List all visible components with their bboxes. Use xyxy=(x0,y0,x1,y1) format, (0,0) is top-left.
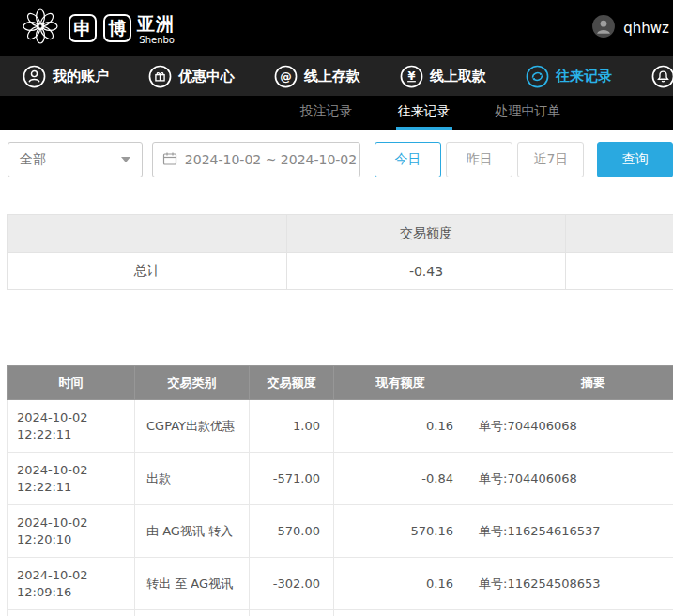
col-header-type: 交易类别 xyxy=(135,366,250,400)
summary-table: 交易额度 总计 -0.43 xyxy=(7,214,673,290)
col-header-amount: 交易额度 xyxy=(250,366,334,400)
calendar-icon xyxy=(162,151,177,169)
username: qhhwz xyxy=(623,20,669,37)
brand-char-1: 申 xyxy=(69,14,97,42)
table-cell: 570.00 xyxy=(250,505,334,558)
table-cell: 出款 xyxy=(135,453,250,505)
brand-logo[interactable]: 申 博 亚洲 Shenbo xyxy=(19,5,175,52)
col-header-time: 时间 xyxy=(8,366,135,400)
withdraw-yen-icon: ¥ xyxy=(400,65,423,88)
table-cell: 1.00 xyxy=(250,400,334,453)
type-filter-select[interactable]: 全部 xyxy=(8,142,143,177)
table-cell: 单号:116254508653 xyxy=(467,558,673,610)
nav-label: 线上取款 xyxy=(430,68,486,85)
main-nav-inner: 我的账户 优惠中心 @ xyxy=(0,56,673,96)
search-button[interactable]: 查询 xyxy=(597,142,673,177)
transfer-arrows-icon xyxy=(526,65,549,88)
brand-region-en: Shenbo xyxy=(137,35,175,45)
yesterday-button[interactable]: 昨日 xyxy=(446,142,512,177)
table-cell: 1.50 xyxy=(250,610,334,616)
brand-region-cn: 亚洲 xyxy=(137,12,175,37)
table-cell: 2024-10-02 12:22:11 xyxy=(8,400,135,453)
nav-label: 往来记录 xyxy=(556,68,612,85)
records-body: 2024-10-02 12:22:11CGPAY出款优惠1.000.16单号:7… xyxy=(8,400,673,616)
nav-label: 优惠中心 xyxy=(178,68,235,85)
chevron-down-icon xyxy=(121,157,130,162)
nav-item-my-account[interactable]: 我的账户 xyxy=(23,65,109,88)
brand-region: 亚洲 Shenbo xyxy=(137,12,175,45)
nav-item-deposit[interactable]: @ 线上存款 xyxy=(274,65,360,88)
table-cell: -571.00 xyxy=(250,453,334,505)
sub-tab-bar: 投注记录 往来记录 处理中订单 xyxy=(0,96,673,130)
nav-item-transactions[interactable]: 往来记录 xyxy=(526,65,612,88)
table-row: 2024-10-02 12:09:16转出 至 AG视讯-302.000.16单… xyxy=(8,558,673,610)
col-header-summary: 摘要 xyxy=(467,366,673,400)
brand-char-2: 博 xyxy=(103,14,131,42)
summary-total-label: 总计 xyxy=(8,253,287,290)
nav-item-messages[interactable]: 信息 xyxy=(651,65,673,88)
summary-total-row: 总计 -0.43 xyxy=(8,253,673,290)
table-cell: 由 AG视讯 转入 xyxy=(135,505,250,558)
table-cell: 2024-10-02 12:20:10 xyxy=(8,505,135,558)
summary-header-row: 交易额度 xyxy=(8,215,673,253)
table-cell: 302.16 xyxy=(334,610,467,616)
table-cell: 2024-10-02 12:09:16 xyxy=(8,558,135,610)
date-range-input[interactable]: 2024-10-02 ~ 2024-10-02 xyxy=(152,142,360,177)
col-header-balance: 现有额度 xyxy=(334,366,467,400)
nav-item-promotions[interactable]: 优惠中心 xyxy=(148,65,235,88)
summary-total-value: -0.43 xyxy=(287,253,566,290)
table-row: 2024-10-02 12:20:10由 AG视讯 转入570.00570.16… xyxy=(8,505,673,558)
summary-header-empty-2 xyxy=(566,215,673,253)
records-table: 时间 交易类别 交易额度 现有额度 摘要 2024-10-02 12:22:11… xyxy=(7,365,673,616)
table-cell: 2024-10-02 12:22:11 xyxy=(8,453,135,505)
table-row: 2024-10-02 12:22:11CGPAY出款优惠1.000.16单号:7… xyxy=(8,400,673,453)
table-cell: 单号:202410033742959914 xyxy=(467,610,673,616)
type-filter-value: 全部 xyxy=(20,151,46,168)
page: 申 博 亚洲 Shenbo qhhwz xyxy=(0,0,673,616)
table-cell: CGPAY-CG钱包支付笔笔送优惠 xyxy=(135,610,250,616)
promo-gift-icon xyxy=(148,65,172,88)
table-row: 2024-10-02 12:22:11出款-571.00-0.84单号:7044… xyxy=(8,453,673,505)
table-cell: CGPAY出款优惠 xyxy=(135,400,250,453)
last7days-button[interactable]: 近7日 xyxy=(517,142,584,177)
today-button[interactable]: 今日 xyxy=(375,142,441,177)
nav-item-withdraw[interactable]: ¥ 线上取款 xyxy=(400,65,486,88)
flower-icon xyxy=(19,5,62,52)
table-cell: 0.16 xyxy=(334,400,467,453)
account-person-icon xyxy=(23,65,46,88)
user-avatar-icon xyxy=(591,14,616,42)
table-cell: 570.16 xyxy=(334,505,467,558)
tab-transaction-records[interactable]: 往来记录 xyxy=(396,96,452,130)
nav-label: 线上存款 xyxy=(304,68,360,85)
tab-pending-orders[interactable]: 处理中订单 xyxy=(494,96,563,130)
date-range-value: 2024-10-02 ~ 2024-10-02 xyxy=(185,152,357,167)
records-header-row: 时间 交易类别 交易额度 现有额度 摘要 xyxy=(8,366,673,400)
table-cell: -302.00 xyxy=(250,558,334,610)
deposit-at-icon: @ xyxy=(274,65,298,88)
table-cell: 单号:116254616537 xyxy=(467,505,673,558)
svg-text:@: @ xyxy=(280,69,292,83)
table-cell: 单号:704406068 xyxy=(467,453,673,505)
table-cell: 0.16 xyxy=(334,558,467,610)
table-cell: 转出 至 AG视讯 xyxy=(135,558,250,610)
table-row: 2024-10-02 12:09:09CGPAY-CG钱包支付笔笔送优惠1.50… xyxy=(8,610,673,616)
summary-total-empty xyxy=(566,253,673,290)
summary-header-amount: 交易额度 xyxy=(287,215,566,253)
table-cell: 单号:704406068 xyxy=(467,400,673,453)
tab-bet-records[interactable]: 投注记录 xyxy=(298,96,355,130)
top-header: 申 博 亚洲 Shenbo qhhwz xyxy=(0,0,673,56)
user-account[interactable]: qhhwz xyxy=(591,14,669,42)
table-cell: -0.84 xyxy=(334,453,467,505)
nav-label: 我的账户 xyxy=(53,68,109,85)
summary-header-empty xyxy=(8,215,287,253)
table-cell: 2024-10-02 12:09:09 xyxy=(8,610,135,616)
main-nav: 我的账户 优惠中心 @ xyxy=(0,56,673,96)
message-bell-icon xyxy=(651,65,673,88)
filter-bar: 全部 2024-10-02 ~ 2024-10-02 今日 昨日 近7日 查询 xyxy=(0,130,673,192)
